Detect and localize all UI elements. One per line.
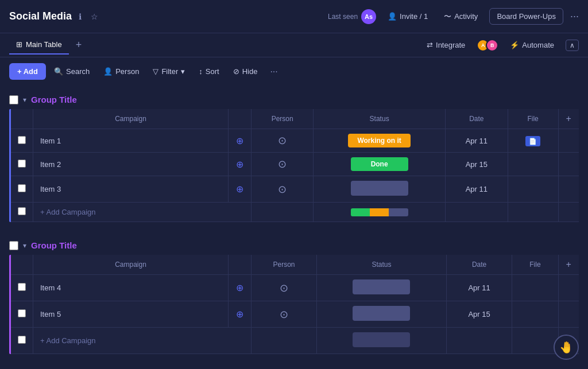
integrate-button[interactable]: ⇄ Integrate	[422, 38, 470, 52]
status-cell: Working on it	[314, 129, 445, 153]
row-1-checkbox[interactable]	[18, 136, 26, 144]
pb-orange	[370, 208, 389, 216]
date-cell: Apr 15	[445, 153, 508, 176]
col-campaign: Campaign	[33, 255, 229, 275]
board-powerups-button[interactable]: Board Power-Ups	[489, 8, 563, 25]
col-campaign: Campaign	[33, 109, 229, 129]
add-campaign-person-2	[252, 328, 317, 354]
status-badge[interactable]: Done	[351, 157, 408, 171]
add-row-icon[interactable]: ⊕	[236, 184, 243, 194]
row-checkbox-cell	[11, 301, 33, 328]
toolbar: + Add 🔍 Search 👤 Person ▽ Filter ▾ ↕ Sor…	[0, 57, 588, 86]
col-file: File	[512, 255, 558, 275]
invite-button[interactable]: 👤 Invite / 1	[383, 10, 432, 23]
hide-button[interactable]: ⊘ Hide	[227, 64, 264, 79]
extra-cell	[558, 301, 579, 328]
add-campaign-date	[445, 203, 508, 222]
collapse-button[interactable]: ∧	[566, 40, 579, 51]
table-row: Item 2 ⊕ ⊙ Done Apr 15	[11, 153, 579, 176]
extra-cell	[558, 275, 579, 301]
add-column-button[interactable]: +	[566, 114, 571, 124]
add-row-icon[interactable]: ⊕	[236, 136, 243, 146]
add-campaign-row-2: + Add Campaign	[11, 328, 579, 354]
person-avatar-icon[interactable]: ⊙	[278, 158, 287, 170]
date-cell: Apr 15	[446, 301, 512, 328]
add-cell: ⊕	[229, 301, 252, 328]
status-cell: Done	[314, 153, 445, 176]
add-row-icon[interactable]: ⊕	[236, 309, 243, 319]
group-2: ▾ Group Title Campaign Person Status Dat…	[9, 236, 579, 354]
add-row-icon[interactable]: ⊕	[236, 160, 243, 169]
add-campaign-file	[508, 203, 558, 222]
person-avatar-icon[interactable]: ⊙	[280, 282, 288, 294]
pb-green	[351, 208, 370, 216]
avatar-cluster: A B	[477, 39, 498, 52]
col-add-col: +	[558, 255, 579, 275]
empty-status	[353, 306, 410, 321]
campaign-cell: Item 3	[33, 176, 229, 203]
main-table-tab[interactable]: ⊞ Main Table	[9, 36, 69, 55]
add-campaign-date-2	[446, 328, 512, 354]
group-2-chevron[interactable]: ▾	[23, 242, 26, 250]
last-seen-label: Last seen As	[328, 9, 376, 24]
filter-button[interactable]: ▽ Filter ▾	[147, 64, 191, 79]
top-bar: Social Media ℹ ☆ Last seen As 👤 Invite /…	[0, 0, 588, 33]
more-options-button[interactable]: ···	[570, 10, 579, 22]
row-2-checkbox[interactable]	[18, 160, 26, 168]
row-4-checkbox[interactable]	[18, 283, 26, 291]
filter-dropdown-icon: ▾	[181, 67, 185, 76]
person-cell: ⊙	[252, 153, 314, 176]
group-2-table-wrapper: Campaign Person Status Date File +	[9, 255, 579, 354]
sort-button[interactable]: ↕ Sort	[193, 64, 225, 79]
group-1-chevron[interactable]: ▾	[23, 96, 26, 104]
empty-progress	[353, 332, 410, 347]
file-icon[interactable]: 📄	[525, 136, 540, 146]
main-content: ▾ Group Title Campaign Person Status Dat…	[0, 86, 588, 368]
group-1-checkbox[interactable]	[9, 95, 18, 104]
group-2-checkbox[interactable]	[9, 241, 18, 250]
help-bubble[interactable]: 🤚	[554, 335, 579, 360]
add-button[interactable]: + Add	[9, 63, 46, 80]
automate-button[interactable]: ⚡ Automate	[505, 38, 559, 52]
item-1-name: Item 1	[40, 137, 61, 145]
row-5-checkbox[interactable]	[18, 309, 26, 317]
add-row-icon[interactable]: ⊕	[236, 283, 243, 293]
person-avatar-icon[interactable]: ⊙	[278, 135, 287, 146]
add-campaign-cell-2[interactable]: + Add Campaign	[33, 328, 252, 354]
tab-bar: ⊞ Main Table + ⇄ Integrate A B ⚡ Automat…	[0, 33, 588, 57]
add-tab-button[interactable]: +	[71, 39, 87, 51]
group-2-title[interactable]: Group Title	[31, 240, 77, 250]
row-checkbox-cell	[11, 153, 33, 176]
campaign-cell: Item 4	[33, 275, 229, 301]
group-1-title[interactable]: Group Title	[31, 95, 77, 104]
sort-icon: ↕	[199, 67, 203, 76]
person-avatar-icon[interactable]: ⊙	[280, 309, 288, 320]
person-avatar-icon[interactable]: ⊙	[278, 184, 287, 195]
col-add	[229, 109, 252, 129]
star-icon[interactable]: ☆	[88, 11, 100, 22]
group-1: ▾ Group Title Campaign Person Status Dat…	[9, 90, 579, 222]
status-badge[interactable]: Working on it	[348, 134, 410, 147]
file-cell	[508, 153, 558, 176]
add-campaign-checkbox[interactable]	[18, 207, 26, 215]
activity-button[interactable]: 〜 Activity	[439, 9, 482, 24]
status-cell	[314, 176, 445, 203]
person-cell: ⊙	[252, 301, 317, 328]
add-campaign-cell[interactable]: + Add Campaign	[33, 203, 252, 222]
row-checkbox-cell	[11, 176, 33, 203]
col-status: Status	[314, 109, 445, 129]
empty-status	[353, 279, 410, 294]
person-button[interactable]: 👤 Person	[98, 64, 145, 79]
campaign-cell: Item 1	[33, 129, 229, 153]
table-row: Item 3 ⊕ ⊙ Apr 11	[11, 176, 579, 203]
person-icon: 👤	[103, 67, 113, 76]
add-campaign-file-2	[512, 328, 558, 354]
info-icon[interactable]: ℹ	[76, 11, 84, 22]
col-add-col: +	[558, 109, 579, 129]
tab-bar-left: ⊞ Main Table +	[9, 36, 86, 55]
row-3-checkbox[interactable]	[18, 184, 26, 192]
search-button[interactable]: 🔍 Search	[48, 64, 95, 79]
add-column-button-2[interactable]: +	[566, 259, 571, 270]
add-campaign-2-checkbox[interactable]	[18, 336, 26, 344]
toolbar-more-button[interactable]: ···	[265, 64, 282, 79]
